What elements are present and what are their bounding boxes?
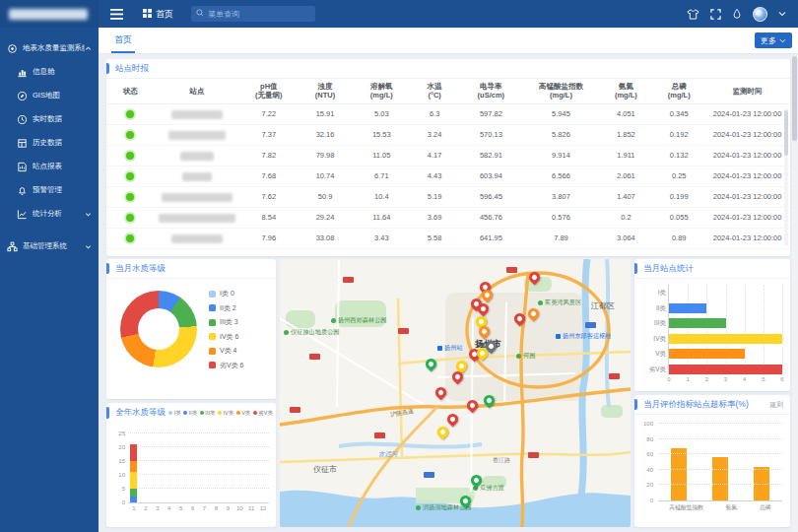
search-icon [196, 9, 204, 19]
more-button[interactable]: 更多 [755, 33, 792, 48]
user-chevron-down-icon[interactable] [778, 11, 786, 17]
water-drop-icon[interactable] [732, 8, 742, 20]
topbar: 首页 [99, 0, 798, 28]
road-shield [424, 472, 434, 478]
value-cell: 29.24 [298, 207, 353, 228]
panel-station-stats: 当月站点统计 0123456 I类II类III类IV类V类劣V类 [634, 259, 790, 391]
annual-chart: 0510152025 [128, 434, 269, 503]
sidebar-item-realtime-data[interactable]: 实时数据 [0, 107, 99, 131]
stats-icon [17, 209, 28, 220]
value-cell: 597.82 [458, 103, 523, 124]
table-col-header: 水温(°C) [411, 79, 459, 103]
time-cell: 2024-01-23 12:00:00 [704, 186, 790, 207]
nav-label: 信息舱 [33, 67, 55, 77]
sidebar-item-info-hub[interactable]: 信息舱 [0, 60, 99, 84]
report-icon [17, 162, 28, 172]
legend-item: II类 2 [209, 303, 244, 313]
fullscreen-icon[interactable] [710, 9, 721, 20]
status-online-dot [126, 131, 134, 139]
hbar-bar [669, 349, 745, 359]
sidebar-item-base-system[interactable]: 基础管理系统 [0, 234, 99, 258]
value-cell: 32.16 [298, 124, 353, 145]
sidebar-item-alert-management[interactable]: 预警管理 [0, 178, 99, 202]
hbar-category-label: 劣V类 [644, 362, 666, 377]
value-cell: 1.407 [599, 186, 654, 207]
table-scrollbar[interactable] [784, 108, 788, 246]
status-online-dot [126, 172, 134, 180]
annual-x-axis: 123456789101112 [128, 505, 269, 511]
value-cell: 4.43 [411, 166, 459, 186]
page-scrollbar[interactable] [792, 54, 797, 532]
nav-label: 实时数据 [33, 114, 62, 124]
map-label: 春江路 [493, 456, 510, 465]
user-avatar[interactable] [753, 7, 767, 22]
sidebar-item-history-data[interactable]: 历史数据 [0, 131, 99, 155]
value-cell: 9.914 [523, 145, 598, 166]
time-cell: 2024-01-23 12:00:00 [704, 207, 790, 228]
menu-collapse-icon[interactable] [110, 9, 123, 20]
sidebar-nav: 地表水质量监测系统信息舱GIS地图实时数据历史数据站点报表预警管理统计分析基础管… [0, 36, 99, 258]
value-cell: 3.064 [599, 228, 654, 248]
search-input[interactable] [208, 10, 310, 19]
panel-monthly-grade: 当月水质等级 I类 0II类 2III类 3IV类 6V类 4劣V类 6 [106, 259, 276, 399]
table-row[interactable]: 7.6250.910.45.19596.453.8071.4070.199202… [106, 186, 790, 207]
table-row[interactable]: 7.3732.1615.533.24570.135.8261.8520.1922… [106, 124, 790, 145]
bar-segment [130, 472, 137, 489]
tab-home[interactable]: 首页 [111, 28, 135, 53]
realtime-icon [17, 114, 28, 125]
app-logo [0, 0, 99, 28]
rules-link[interactable]: 规则 [769, 400, 783, 410]
table-row[interactable]: 7.6810.746.714.43603.946.5662.0610.25202… [106, 166, 790, 186]
hbar-category-label: I类 [644, 285, 666, 300]
table-row[interactable]: 7.9633.083.435.58641.957.893.0640.892024… [106, 228, 790, 248]
table-row[interactable]: 8.5429.2411.643.69456.760.5760.20.055202… [106, 207, 790, 228]
status-online-dot [126, 193, 134, 201]
panel-title: 全年水质等级 I类II类III类IV类V类劣V类 [106, 403, 276, 423]
more-label: 更多 [761, 35, 776, 46]
bar-segment [130, 461, 137, 472]
menu-search[interactable] [191, 6, 315, 22]
table-row[interactable]: 7.8279.9811.054.17582.919.9141.9110.1322… [106, 145, 790, 166]
sidebar-item-surface-water-system[interactable]: 地表水质量监测系统 [0, 36, 99, 60]
value-cell: 0.192 [653, 124, 704, 145]
donut-legend: I类 0II类 2III类 3IV类 6V类 4劣V类 6 [209, 289, 244, 370]
value-cell: 4.051 [599, 103, 654, 124]
value-cell: 0.89 [653, 228, 704, 248]
value-cell: 3.43 [353, 228, 411, 248]
home-link[interactable]: 首页 [143, 8, 173, 21]
sidebar-item-gis-map[interactable]: GIS地图 [0, 84, 99, 107]
value-cell: 10.74 [298, 166, 353, 186]
status-online-dot [126, 234, 134, 242]
legend-item: III类 3 [209, 317, 244, 327]
value-cell: 5.826 [523, 124, 598, 145]
gis-icon [17, 91, 28, 101]
map-label: 扬州东部客运枢纽 [556, 332, 612, 341]
sidebar-item-stats-analysis[interactable]: 统计分析 [0, 202, 99, 226]
nav-label: 统计分析 [33, 209, 62, 219]
panel-title: 当月站点统计 [634, 259, 790, 279]
value-cell: 603.94 [458, 166, 523, 186]
map-label: 扬州西郊森林公园 [331, 316, 387, 325]
value-cell: 1.911 [599, 145, 654, 166]
legend-item: IV类 [218, 410, 233, 417]
nav-label: 站点报表 [33, 162, 62, 171]
hbar-bar [669, 303, 706, 313]
status-cell [106, 145, 155, 166]
panel-title: 当月水质等级 [106, 259, 276, 279]
station-map[interactable]: 扬州市江都区仪征市茱萸湾风景区扬州西郊森林公园仪征捺山地质公园润扬湿地森林公园瓜… [280, 259, 631, 527]
hbar-category-label: II类 [644, 300, 666, 316]
value-cell: 0.055 [653, 207, 704, 228]
value-cell: 7.89 [523, 228, 598, 248]
value-cell: 6.71 [353, 166, 411, 186]
table-row[interactable]: 7.2215.915.036.3597.825.9454.0510.345202… [106, 103, 790, 124]
value-cell: 0.2 [599, 207, 654, 228]
system-icon [7, 43, 18, 54]
value-cell: 0.345 [653, 103, 704, 124]
home-label: 首页 [156, 8, 173, 21]
exceed-bar [671, 448, 687, 500]
table-col-header: 氨氮(mg/L) [599, 79, 654, 103]
theme-icon[interactable] [687, 9, 699, 20]
sidebar-item-station-report[interactable]: 站点报表 [0, 155, 99, 178]
table-col-header: pH值(无量纲) [239, 79, 298, 103]
value-cell: 7.82 [239, 145, 298, 166]
